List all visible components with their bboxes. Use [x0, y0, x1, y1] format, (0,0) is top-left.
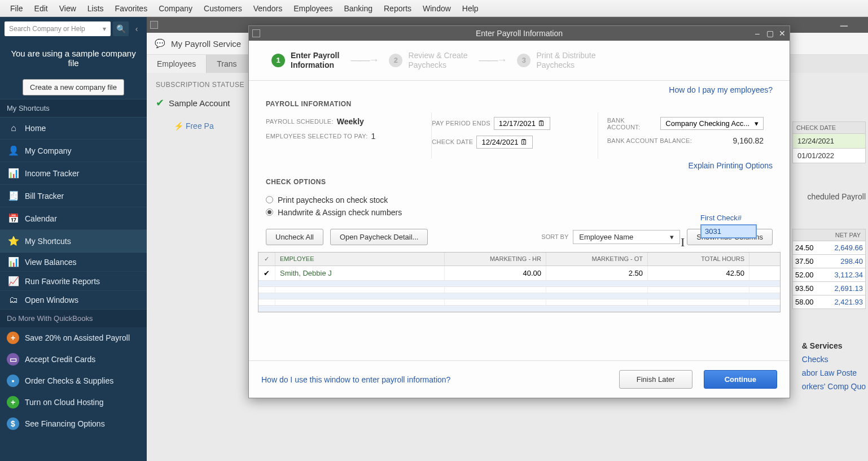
promo-label: See Financing Options — [25, 419, 105, 428]
service-link[interactable]: abor Law Poste — [802, 366, 866, 380]
table-row[interactable]: 01/01/2022 — [792, 149, 866, 163]
column-header-check[interactable]: ✓ — [258, 253, 275, 266]
menu-view[interactable]: View — [54, 2, 82, 15]
sort-dropdown[interactable]: Employee Name▾ — [573, 230, 680, 244]
radio-print-stock[interactable]: Print paychecks on check stock — [266, 194, 773, 206]
sidebar-item-company[interactable]: 👤My Company — [0, 140, 147, 162]
menu-reports[interactable]: Reports — [378, 2, 417, 15]
income-icon: 📊 — [8, 168, 19, 179]
scheduled-payroll-label: cheduled Payroll — [807, 192, 866, 201]
total-hours-value[interactable]: 42.50 — [648, 266, 749, 280]
sidebar-item-bill[interactable]: 🧾Bill Tracker — [0, 185, 147, 207]
dialog-titlebar[interactable]: Enter Payroll Information – ▢ ✕ — [249, 26, 790, 41]
sidebar-item-income[interactable]: 📊Income Tracker — [0, 162, 147, 185]
menu-window[interactable]: Window — [417, 2, 457, 15]
table-row[interactable]: 93.502,691.13 — [792, 282, 866, 295]
table-row[interactable]: ✔ Smith, Debbie J 40.00 2.50 42.50 — [258, 266, 780, 281]
table-row[interactable] — [258, 287, 780, 293]
sidebar-item-home[interactable]: ⌂Home — [0, 118, 147, 140]
sidebar-item-label: Calendar — [25, 214, 57, 223]
menu-edit[interactable]: Edit — [29, 2, 54, 15]
promo-label: Save 20% on Assisted Payroll — [25, 333, 130, 342]
menu-company[interactable]: Company — [153, 2, 198, 15]
column-header: CHECK DATE — [792, 121, 866, 134]
minimize-icon[interactable]: – — [840, 17, 848, 33]
help-link[interactable]: How do I pay my employees? — [249, 81, 790, 94]
employee-name[interactable]: Smith, Debbie J — [275, 266, 445, 280]
promo-finance[interactable]: $See Financing Options — [0, 413, 147, 434]
tab-employees[interactable]: Employees — [147, 55, 207, 73]
sidebar-nav-shortcuts[interactable]: ⭐My Shortcuts — [0, 230, 147, 253]
column-header-employee[interactable]: EMPLOYEE — [275, 253, 445, 266]
menu-help[interactable]: Help — [457, 2, 484, 15]
continue-button[interactable]: Continue — [704, 370, 777, 389]
calendar-icon[interactable]: 🗓 — [538, 119, 545, 128]
explain-printing-link[interactable]: Explain Printing Options — [249, 159, 790, 172]
field-value: Weekly — [337, 117, 364, 126]
bank-account-dropdown[interactable]: Company Checking Acc...▾ — [660, 117, 764, 130]
row-checkbox[interactable]: ✔ — [258, 266, 275, 280]
pay-period-input[interactable]: 12/17/2021🗓 — [494, 117, 550, 130]
maximize-button[interactable]: ▢ — [765, 29, 775, 38]
radio-handwrite[interactable]: Handwrite & Assign check numbers — [266, 206, 773, 219]
menu-vendors[interactable]: Vendors — [248, 2, 288, 15]
menu-customers[interactable]: Customers — [198, 2, 248, 15]
card-icon: ▭ — [7, 353, 19, 366]
column-header-total[interactable]: TOTAL HOURS — [648, 253, 749, 266]
menu-lists[interactable]: Lists — [82, 2, 109, 15]
uncheck-all-button[interactable]: Uncheck All — [266, 229, 323, 245]
menu-banking[interactable]: Banking — [338, 2, 378, 15]
check-date-input[interactable]: 12/24/2021🗓 — [476, 136, 533, 149]
chevron-down-icon[interactable]: ▾ — [103, 25, 106, 33]
arrow-icon: ——→ — [350, 54, 378, 66]
promo-cloud[interactable]: +Turn on Cloud Hosting — [0, 392, 147, 413]
service-link[interactable]: Checks — [802, 353, 866, 366]
menu-favorites[interactable]: Favorites — [109, 2, 154, 15]
search-button[interactable]: 🔍 — [113, 21, 129, 36]
column-header-marketing-ot[interactable]: MARKETING - OT — [546, 253, 648, 266]
table-row[interactable] — [258, 281, 780, 287]
sidebar-item-calendar[interactable]: 📅Calendar — [0, 207, 147, 230]
minimize-button[interactable]: – — [752, 29, 762, 38]
menu-bar[interactable]: File Edit View Lists Favorites Company C… — [0, 0, 868, 17]
checks-icon: ▪ — [7, 375, 19, 387]
tab-transactions[interactable]: Trans — [207, 55, 247, 73]
company-icon: 👤 — [8, 145, 19, 156]
open-paycheck-detail-button[interactable]: Open Paycheck Detail... — [330, 229, 428, 245]
promo-checks[interactable]: ▪Order Checks & Supplies — [0, 370, 147, 392]
field-label: CHECK DATE — [432, 138, 473, 145]
service-link[interactable]: orkers' Comp Quo — [802, 380, 866, 393]
footer-help-link[interactable]: How do I use this window to enter payrol… — [261, 375, 450, 384]
marketing-hr-value[interactable]: 40.00 — [445, 266, 546, 280]
column-header-marketing-hr[interactable]: MARKETING - HR — [445, 253, 546, 266]
table-row[interactable]: 37.50298.40 — [792, 255, 866, 268]
sort-label: SORT BY — [541, 233, 568, 240]
promo-label: Accept Credit Cards — [25, 355, 95, 364]
table-row[interactable] — [258, 299, 780, 306]
promo-cards[interactable]: ▭Accept Credit Cards — [0, 349, 147, 370]
marketing-ot-value[interactable]: 2.50 — [546, 266, 648, 280]
calendar-icon[interactable]: 🗓 — [520, 138, 528, 146]
sidebar-nav-reports[interactable]: 📈Run Favorite Reports — [0, 272, 147, 291]
table-row[interactable]: 52.003,112.34 — [792, 268, 866, 282]
close-button[interactable]: ✕ — [777, 29, 787, 38]
sidebar-nav-balances[interactable]: 📊View Balances — [0, 253, 147, 272]
create-company-button[interactable]: Create a new company file — [23, 79, 124, 95]
table-row[interactable] — [258, 293, 780, 299]
menu-employees[interactable]: Employees — [288, 2, 338, 15]
promo-payroll[interactable]: +Save 20% on Assisted Payroll — [0, 327, 147, 349]
search-input[interactable]: Search Company or Help ▾ — [5, 21, 111, 36]
menu-file[interactable]: File — [5, 2, 29, 15]
check-date-column: CHECK DATE 12/24/2021 01/01/2022 — [792, 121, 866, 163]
step-2: 2 Review & CreatePaychecks — [389, 51, 467, 70]
first-check-input[interactable] — [700, 224, 757, 238]
table-row[interactable]: 58.002,421.93 — [792, 295, 866, 309]
table-row[interactable]: 24.502,649.66 — [792, 241, 866, 255]
search-placeholder: Search Company or Help — [9, 25, 85, 33]
table-row[interactable] — [258, 306, 780, 312]
collapse-sidebar-button[interactable]: ‹ — [131, 21, 142, 36]
table-row[interactable]: 12/24/2021 — [792, 134, 866, 149]
sidebar-nav-windows[interactable]: 🗂Open Windows — [0, 291, 147, 310]
window-icon[interactable] — [150, 21, 158, 29]
finish-later-button[interactable]: Finish Later — [619, 370, 692, 389]
